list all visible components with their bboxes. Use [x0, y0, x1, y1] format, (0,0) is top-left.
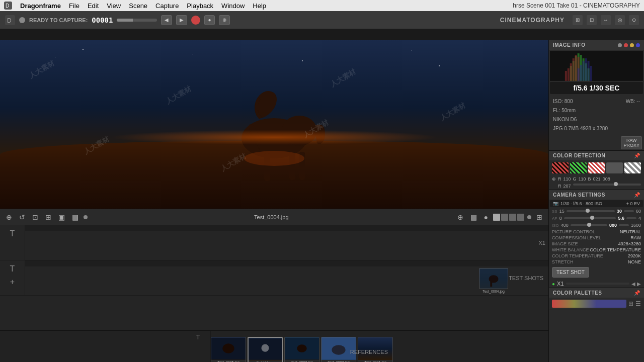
playback-position[interactable] — [527, 215, 531, 219]
zoom-fit[interactable]: ⊞ — [534, 212, 544, 222]
timeline-position[interactable] — [84, 215, 88, 219]
mode-btn-4[interactable] — [517, 214, 524, 221]
tool-refresh[interactable]: ↺ — [17, 212, 27, 222]
tool-fit[interactable]: ⊡ — [30, 212, 40, 222]
filename-label: Test_0004.jpg — [91, 214, 452, 220]
iso-thumb[interactable] — [587, 223, 591, 227]
aperture-row: AP 8 5.6 4 — [549, 215, 644, 222]
view-icon-5[interactable]: ⊙ — [629, 15, 639, 25]
shutter-slider[interactable] — [567, 210, 615, 212]
test-shot-thumb[interactable]: Test_0004.jpg — [479, 268, 508, 293]
crosshair-btn[interactable]: ⊕ — [455, 212, 465, 222]
raw-proxy-btn[interactable]: RAW PROXY — [621, 136, 642, 149]
center-area: 人大素材 人大素材 人大素材 人大素材 人大素材 人大素材 人大素材 ⊕ ↺ ⊡… — [0, 40, 548, 362]
stretch-val: NONE — [628, 259, 641, 264]
compression-row: COMPRESSION LEVEL RAW — [549, 235, 644, 241]
aperture-val-2: 5.6 — [618, 216, 624, 221]
iso-label: ISO: 800 — [553, 98, 573, 106]
swatch-3[interactable] — [588, 162, 605, 173]
image-info-section: IMAGE INFO — [549, 40, 644, 151]
g-val: 110 — [579, 176, 586, 182]
color-temp-label: COLOR TEMPERATURE — [552, 253, 603, 258]
menu-help[interactable]: Help — [253, 2, 266, 10]
track-add-btn[interactable]: + — [10, 278, 15, 287]
menu-playback[interactable]: Playback — [187, 2, 213, 10]
track-pin-1: T — [10, 229, 15, 238]
mode-btn-2[interactable] — [501, 214, 508, 221]
menubar: D Dragonframe File Edit View Scene Captu… — [0, 0, 644, 11]
menu-view[interactable]: View — [107, 2, 121, 10]
color-detection-title: COLOR DETECTION — [553, 153, 605, 158]
swatch-2[interactable] — [570, 162, 587, 173]
swatch-4[interactable] — [606, 162, 623, 173]
prev-frame-btn[interactable]: ◀ — [161, 15, 172, 25]
iso-slider[interactable] — [571, 224, 607, 226]
palette-menu[interactable]: ☰ — [635, 300, 641, 307]
menu-capture[interactable]: Capture — [155, 2, 179, 10]
camera-settings-header: CAMERA SETTINGS 📌 — [549, 190, 644, 200]
view-icon-2[interactable]: ⊡ — [587, 15, 597, 25]
frame-number: 00001 — [92, 16, 113, 24]
tool-film[interactable]: ▤ — [70, 212, 80, 222]
extra-btn[interactable]: ⊕ — [219, 15, 230, 25]
color-eyedropper[interactable]: ⊕ — [552, 176, 556, 182]
menu-dragonframe[interactable]: Dragonframe — [20, 2, 61, 10]
mode-btn-1[interactable] — [493, 214, 500, 221]
image-size-row: IMAGE SIZE 4928×3280 — [549, 241, 644, 247]
palette-icon[interactable]: ⊞ — [628, 300, 633, 307]
record-button[interactable] — [191, 16, 200, 25]
aperture-thumb[interactable] — [590, 216, 594, 220]
track-content-1: X1 — [25, 225, 548, 260]
color-palettes-section: COLOR PALETTES 📌 ⊞ ☰ — [549, 288, 644, 310]
mode-btn-3[interactable] — [509, 214, 516, 221]
color-values-row2: ⊕ R 207 — [549, 183, 644, 190]
horse-silhouette — [216, 65, 332, 191]
next-frame-btn[interactable]: ▶ — [176, 15, 187, 25]
view-icon-1[interactable]: ⊞ — [573, 15, 583, 25]
color-values-row: ⊕ R 110 G 110 B 021 008 — [549, 175, 644, 183]
x1-row: ● X1 ◀ ▶ — [549, 280, 644, 288]
camera-row: NIKON D6 — [553, 115, 640, 124]
color-slider-thumb[interactable] — [614, 182, 618, 186]
aperture-slider[interactable] — [564, 217, 616, 219]
svg-text:D: D — [7, 17, 12, 24]
camera-btn[interactable]: ▤ — [468, 212, 479, 222]
film-thumb-1[interactable]: Test_0005.jpg — [211, 337, 246, 362]
view-icon-3[interactable]: ↔ — [601, 15, 611, 25]
color-slider[interactable] — [573, 184, 641, 186]
exposure-summary: 📷 1/30 · f/5.6 · 800 ISO + 0 EV — [550, 200, 643, 207]
ready-label: READY TO CAPTURE: — [29, 17, 88, 23]
menu-scene[interactable]: Scene — [129, 2, 147, 10]
viewport-image: 人大素材 人大素材 人大素材 人大素材 人大素材 人大素材 人大素材 — [0, 40, 548, 209]
color-btn[interactable]: ● — [482, 212, 490, 222]
iso-slider-2[interactable] — [619, 224, 629, 226]
histogram — [550, 51, 643, 81]
track-handle-2: T + — [0, 260, 25, 295]
test-shot-button[interactable]: TEST SHOT — [552, 267, 589, 278]
shutter-slider-2[interactable] — [624, 210, 634, 212]
swatch-1[interactable] — [552, 162, 569, 173]
svg-point-20 — [332, 345, 345, 354]
x1-bar[interactable] — [566, 283, 630, 285]
shutter-thumb[interactable] — [586, 209, 590, 213]
camera-details: ISO: 800 WB: -- FL: 50mm NIKON D6 JPG 0.… — [549, 95, 644, 135]
view-icon-4[interactable]: ◎ — [615, 15, 625, 25]
swatch-5[interactable] — [624, 162, 641, 173]
menu-file[interactable]: File — [69, 2, 79, 10]
exposure-display: f/5.6 1/30 SEC — [550, 82, 643, 94]
dot-gray — [618, 43, 622, 47]
menu-edit[interactable]: Edit — [88, 2, 99, 10]
tool-move[interactable]: ⊕ — [4, 212, 14, 222]
svg-point-18 — [297, 344, 306, 352]
tool-extra[interactable]: ▣ — [56, 212, 67, 222]
camera-settings-title: CAMERA SETTINGS — [553, 192, 605, 198]
capture-btn[interactable]: ● — [204, 15, 214, 25]
palette-row: ⊞ ☰ — [549, 298, 644, 310]
tool-grid[interactable]: ⊞ — [43, 212, 53, 222]
menu-window[interactable]: Window — [221, 2, 245, 10]
film-label-5: Test_0001.jpg — [358, 360, 392, 362]
film-thumb-2[interactable]: Gold 01.jpg — [248, 337, 283, 362]
track-label-2: TEST SHOTS — [509, 275, 543, 281]
film-thumb-3[interactable]: Test_0003.jpg — [284, 337, 319, 362]
aperture-slider-2[interactable] — [626, 217, 636, 219]
